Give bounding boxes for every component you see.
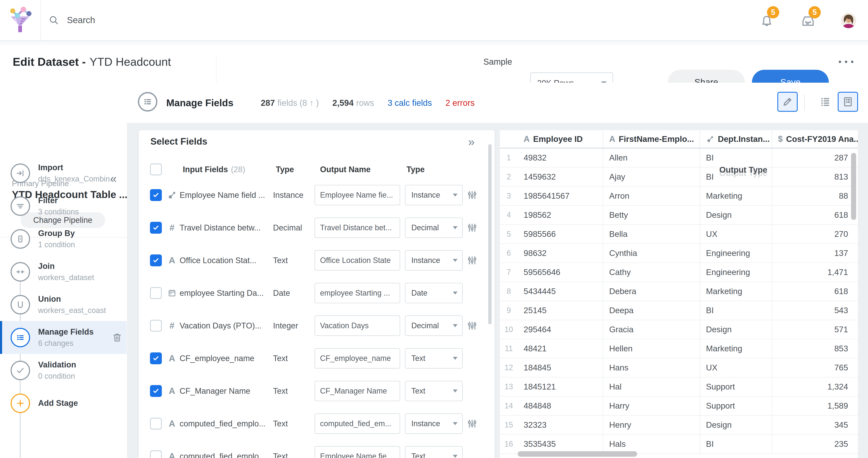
cell-department: Marketing	[700, 187, 772, 206]
field-settings-icon[interactable]	[467, 418, 477, 429]
delete-stage-icon[interactable]	[112, 332, 123, 343]
output-type-dropdown[interactable]: Text	[405, 446, 463, 458]
cell-first-name: Hans	[603, 359, 700, 377]
output-name-input[interactable]: CF_Manager Name	[314, 381, 400, 401]
select-fields-panel: Select Fields » Input Fields (28) Type O…	[139, 130, 495, 458]
field-checkbox[interactable]	[150, 189, 162, 201]
sidebar-stage-validation[interactable]: Validation0 condition	[0, 354, 127, 387]
output-type-dropdown[interactable]: Text	[405, 348, 463, 369]
cell-first-name: Ajay	[603, 168, 700, 187]
input-field-name: Travel Distance betw...	[180, 211, 269, 244]
output-type-dropdown[interactable]: Decimal	[405, 316, 463, 336]
stage-label: Import	[38, 163, 63, 172]
number-type-icon: #	[164, 211, 179, 244]
dot	[845, 61, 847, 63]
sidebar-stage-add-stage[interactable]: Add Stage	[0, 387, 127, 420]
grid-view-button[interactable]	[838, 92, 858, 112]
stage-sublabel: 1 condition	[38, 240, 75, 249]
output-name-input[interactable]: Vacation Days	[314, 316, 400, 336]
input-field-name: CF_employee_name	[180, 342, 269, 375]
column-label: Dept.Instan...	[718, 135, 770, 144]
output-type-dropdown[interactable]: Instance	[405, 413, 463, 434]
field-settings-icon[interactable]	[467, 190, 477, 201]
edit-mode-button[interactable]	[777, 92, 798, 112]
field-checkbox[interactable]	[150, 352, 162, 364]
output-name-input[interactable]: employee Starting ...	[314, 283, 400, 303]
stage-label: Union	[38, 294, 61, 304]
sidebar-stage-join[interactable]: Joinworkers_dataset	[0, 255, 127, 288]
cell-first-name: Debera	[603, 282, 700, 301]
output-name-input[interactable]: computed_fied_em...	[314, 413, 400, 434]
field-settings-icon[interactable]	[467, 255, 477, 266]
calc-fields-link[interactable]: 3 calc fields	[388, 98, 432, 108]
collapse-panel-icon[interactable]: »	[468, 135, 473, 149]
output-name-input[interactable]: Employee Name fie...	[314, 446, 400, 458]
table-vertical-scrollbar[interactable]	[851, 153, 856, 220]
field-settings-icon[interactable]	[467, 222, 477, 233]
dataset-stats: 287 fields (8 ↑ ) 2,594 rows 3 calc fiel…	[261, 83, 475, 123]
field-checkbox[interactable]	[150, 320, 162, 332]
app-logo[interactable]	[0, 0, 41, 40]
sidebar-stage-union[interactable]: Unionworkers_east_coast	[0, 288, 127, 321]
output-type-dropdown[interactable]: Date	[405, 283, 463, 303]
field-checkbox[interactable]	[150, 385, 162, 397]
column-header[interactable]: A FirstName-Emplo...	[603, 130, 700, 148]
output-type-dropdown[interactable]: Instance	[405, 250, 463, 270]
field-checkbox[interactable]	[150, 254, 162, 266]
field-settings-icon[interactable]	[467, 320, 477, 331]
list-view-button[interactable]	[815, 92, 835, 112]
column-header[interactable]: Dept.Instan...	[700, 130, 772, 148]
column-header[interactable]: A Employee ID	[518, 130, 603, 148]
field-checkbox[interactable]	[150, 450, 162, 458]
output-name-input[interactable]: Office Location State	[314, 250, 400, 270]
panel-title: Select Fields	[150, 136, 207, 147]
errors-link[interactable]: 2 errors	[445, 98, 475, 108]
cell-cost: 813	[772, 168, 858, 187]
cell-department: Design	[700, 206, 772, 225]
divider	[804, 94, 805, 111]
field-checkbox[interactable]	[150, 287, 162, 299]
output-type-dropdown[interactable]: Instance	[405, 185, 463, 205]
output-name-input[interactable]: Employee Name fie...	[314, 185, 400, 205]
more-options-button[interactable]	[839, 41, 854, 83]
cell-first-name: Hellen	[603, 339, 700, 359]
field-row: A CF_Manager Name Text CF_Manager Name T…	[139, 375, 495, 407]
row-number: 16	[500, 435, 518, 454]
union-stage-icon	[10, 295, 30, 314]
cell-cost: 270	[772, 225, 858, 244]
data-preview-table: A Employee ID A FirstName-Emplo... Dept.…	[500, 130, 858, 458]
inbox-badge: 5	[808, 6, 821, 19]
sidebar-stage-import[interactable]: Importdds_kenexa_Combin...	[0, 157, 127, 190]
sidebar-stage-group-by[interactable]: Group By1 condition	[0, 223, 127, 255]
stage-label: Add Stage	[38, 399, 78, 408]
cell-employee-id: 3535435	[518, 435, 603, 454]
cell-department: Engineering	[700, 244, 772, 263]
date-type-icon	[164, 277, 179, 309]
select-all-checkbox[interactable]	[150, 164, 162, 175]
cell-department: UX	[700, 225, 772, 244]
search-input[interactable]: Search	[67, 15, 95, 25]
input-field-name: computed_fied_emplo...	[180, 440, 269, 458]
output-type-dropdown[interactable]: Decimal	[405, 218, 463, 238]
cell-department: Design	[700, 416, 772, 435]
chevron-down-icon	[453, 226, 458, 229]
column-header-output-type: Type	[406, 158, 425, 181]
column-header[interactable]: $ Cost-FY2019 Ana...	[772, 130, 858, 148]
cell-first-name: Betty	[603, 206, 700, 225]
cell-cost: 1,471	[772, 263, 858, 282]
table-horizontal-scrollbar[interactable]	[518, 451, 637, 457]
output-name-input[interactable]: Travel Distance bet...	[314, 218, 400, 238]
sidebar-stage-manage-fields[interactable]: Manage Fields6 changes	[0, 321, 127, 354]
groupby-stage-icon	[10, 229, 30, 249]
user-avatar[interactable]	[841, 13, 856, 28]
field-checkbox[interactable]	[150, 222, 162, 234]
global-search[interactable]: Search	[48, 0, 95, 40]
row-number: 9	[500, 301, 518, 320]
field-row: # Vacation Days (PTO)... Integer Vacatio…	[139, 309, 495, 342]
sidebar-stage-filter[interactable]: Filter3 conditions	[0, 190, 127, 223]
fields-count-suffix: fields (8 ↑ )	[277, 98, 319, 108]
cell-employee-id: 5434445	[518, 282, 603, 301]
output-name-input[interactable]: CF_employee_name	[314, 348, 400, 369]
output-type-dropdown[interactable]: Text	[405, 381, 463, 401]
field-checkbox[interactable]	[150, 418, 162, 430]
